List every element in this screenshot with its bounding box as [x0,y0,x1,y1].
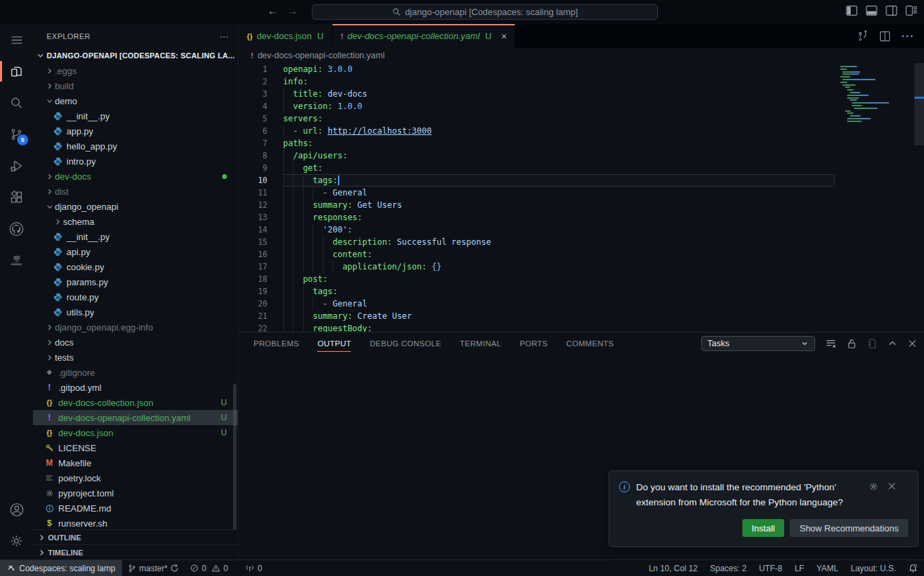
code-line-15[interactable]: 15description: Successful response [239,236,924,248]
tree-folder-schema[interactable]: schema [33,214,238,229]
open-changes-icon[interactable] [857,30,868,42]
code-editor[interactable]: 1openapi: 3.0.02info:3title: dev-docs4ve… [239,63,924,332]
tree-file-api-py[interactable]: api.py [33,244,238,259]
tab-dev-docs-json[interactable]: {} dev-docs.json U [239,24,332,48]
tree-file-license[interactable]: LICENSE [33,440,238,455]
notification-close-icon[interactable] [887,481,897,491]
panel-tab-ports[interactable]: PORTS [520,333,548,355]
tree-file-readme-md[interactable]: README.md [33,501,238,516]
editor-scrollbar[interactable] [914,63,924,332]
eol-indicator[interactable]: LF [788,560,810,576]
indentation-indicator[interactable]: Spaces: 2 [704,560,753,576]
tree-folder-build[interactable]: build [33,78,238,93]
code-line-16[interactable]: 16content: [239,248,924,261]
language-mode[interactable]: YAML [810,560,844,576]
code-line-2[interactable]: 2info: [239,75,924,88]
tab-dev-docs-openapi-collection-yaml[interactable]: ! dev-docs-openapi-collection.yaml U × [332,24,515,48]
sidebar-scrollbar[interactable] [233,384,236,531]
branch-indicator[interactable]: master* [122,560,184,576]
code-line-8[interactable]: 8/api/users: [239,149,924,162]
code-line-10[interactable]: 10tags: [239,174,924,187]
tree-file-hello-app-py[interactable]: hello_app.py [33,139,238,154]
extensions-icon[interactable] [0,182,33,213]
split-editor-icon[interactable] [879,31,890,42]
tree-file-poetry-lock[interactable]: poetry.lock [33,470,238,485]
code-line-1[interactable]: 1openapi: 3.0.0 [239,63,924,75]
panel-tab-output[interactable]: OUTPUT [317,333,351,355]
clear-output-icon[interactable] [825,338,836,349]
tree-folder-dist[interactable]: dist [33,184,238,199]
customize-layout-icon[interactable] [905,5,917,16]
toggle-panel-icon[interactable] [866,5,877,16]
explorer-more-actions-icon[interactable]: ⋯ [219,31,230,42]
code-line-11[interactable]: 11- General [239,187,924,199]
ports-indicator[interactable]: 0 [239,560,268,576]
code-line-17[interactable]: 17application/json: {} [239,261,924,273]
run-debug-icon[interactable] [0,150,33,182]
notification-settings-gear-icon[interactable] [868,481,879,492]
account-icon[interactable] [0,494,33,525]
code-line-9[interactable]: 9get: [239,162,924,174]
toggle-sidebar-right-icon[interactable] [886,5,897,16]
install-button[interactable]: Install [742,519,785,537]
code-line-21[interactable]: 21summary: Create User [239,310,924,322]
menu-icon[interactable] [0,24,33,56]
remote-indicator[interactable]: Codespaces: scaling lamp [0,560,122,576]
settings-gear-icon[interactable] [0,525,33,557]
problems-indicator[interactable]: 0 0 [184,560,233,576]
tree-file-pyproject-toml[interactable]: pyproject.toml [33,485,238,501]
outline-section[interactable]: OUTLINE [33,529,238,544]
tree-folder-tests[interactable]: tests [33,350,238,365]
tree-file-utils-py[interactable]: utils.py [33,304,238,320]
code-line-13[interactable]: 13responses: [239,211,924,224]
notifications-bell-icon[interactable] [902,560,924,576]
tree-file--init-py[interactable]: __init__.py [33,108,238,123]
tree-folder-dev-docs[interactable]: dev-docs [33,169,238,184]
show-recommendations-button[interactable]: Show Recommendations [790,519,908,537]
code-line-20[interactable]: 20- General [239,298,924,310]
tree-file-dev-docs-json[interactable]: {}dev-docs.jsonU [33,425,238,440]
code-line-22[interactable]: 22requestBody: [239,322,924,332]
timeline-section[interactable]: TIMELINE [33,544,238,560]
layout-indicator[interactable]: Layout: U.S. [844,560,902,576]
breadcrumb[interactable]: ! dev-docs-openapi-collection.yaml [239,48,924,63]
tree-file-route-py[interactable]: route.py [33,289,238,304]
unlock-icon[interactable] [847,338,857,349]
tree-file-app-py[interactable]: app.py [33,123,238,139]
close-tab-icon[interactable]: × [501,32,507,41]
tree-file-dev-docs-openapi-collection-yaml[interactable]: !dev-docs-openapi-collection.yamlU [33,410,238,425]
tree-file--gitignore[interactable]: .gitignore [33,365,238,380]
source-control-icon[interactable]: 5 [0,119,33,150]
project-root-row[interactable]: DJANGO-OPENAPI [CODESPACES: SCALING LA..… [33,48,238,63]
explorer-icon[interactable] [0,56,33,87]
tree-file-params-py[interactable]: params.py [33,274,238,289]
code-line-14[interactable]: 14'200': [239,224,924,236]
cursor-position[interactable]: Ln 10, Col 12 [642,560,703,576]
nav-forward-icon[interactable]: → [287,5,297,16]
tree-folder-django-openapi[interactable]: django_openapi [33,199,238,214]
panel-tab-debug-console[interactable]: DEBUG CONSOLE [369,333,441,355]
code-line-12[interactable]: 12summary: Get Users [239,199,924,211]
encoding-indicator[interactable]: UTF-8 [753,560,788,576]
code-line-4[interactable]: 4version: 1.0.0 [239,100,924,112]
panel-tab-problems[interactable]: PROBLEMS [254,333,299,355]
tree-file-dev-docs-collection-json[interactable]: {}dev-docs-collection.jsonU [33,395,238,410]
tree-file-runserver-sh[interactable]: $runserver.sh [33,516,238,531]
open-output-in-editor-icon[interactable] [867,338,877,349]
search-sidebar-icon[interactable] [0,87,33,119]
code-line-18[interactable]: 18post: [239,273,924,285]
tree-file-makefile[interactable]: MMakefile [33,455,238,470]
tree-folder-django-openapi-egg-info[interactable]: django_openapi.egg-info [33,320,238,335]
code-line-3[interactable]: 3title: dev-docs [239,88,924,100]
command-center[interactable]: django-openapi [Codespaces: scaling lamp… [312,4,658,20]
tree-file--init-py[interactable]: __init__.py [33,229,238,244]
panel-tab-terminal[interactable]: TERMINAL [460,333,502,355]
code-line-5[interactable]: 5servers: [239,112,924,125]
nav-back-icon[interactable]: ← [267,5,278,16]
tree-folder--eggs[interactable]: .eggs [33,63,238,78]
tree-folder-docs[interactable]: docs [33,335,238,350]
tree-file--gitpod-yml[interactable]: !.gitpod.yml [33,380,238,395]
output-channel-select[interactable]: Tasks [701,336,815,351]
close-panel-icon[interactable] [908,339,917,348]
github-icon[interactable] [0,213,33,245]
